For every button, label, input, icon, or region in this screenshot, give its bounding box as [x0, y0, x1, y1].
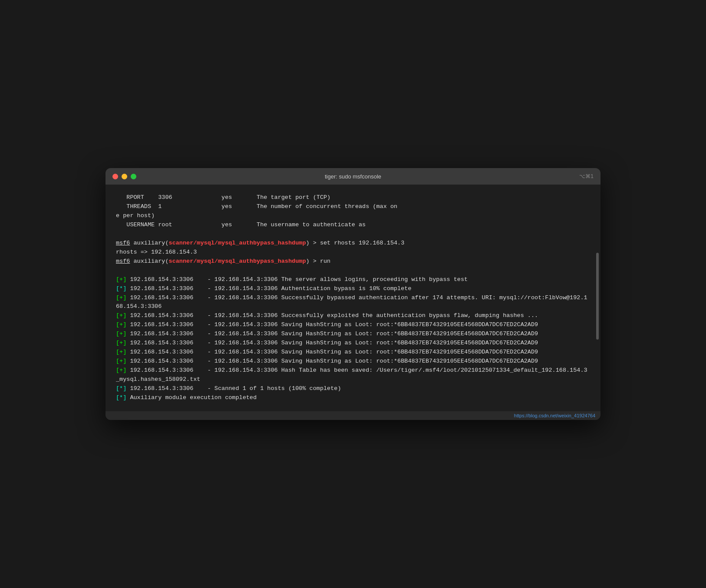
traffic-lights	[112, 174, 136, 179]
output-line: rhosts => 192.168.154.3	[116, 248, 590, 257]
prompt-line: msf6 auxiliary(scanner/mysql/mysql_authb…	[116, 257, 590, 266]
output-line: e per host)	[116, 211, 590, 221]
keyboard-shortcut: ⌥⌘1	[579, 173, 594, 179]
output-line: [+] 192.168.154.3:3306 - 192.168.154.3:3…	[116, 357, 590, 366]
minimize-button[interactable]	[122, 174, 127, 179]
output-line: [*] Auxiliary module execution completed	[116, 393, 590, 403]
output-line: [+] 192.168.154.3:3306 - 192.168.154.3:3…	[116, 339, 590, 348]
terminal-body[interactable]: RPORT 3306 yes The target port (TCP) THR…	[106, 185, 600, 411]
blank-line	[116, 230, 590, 239]
output-line: [+] 192.168.154.3:3306 - 192.168.154.3:3…	[116, 294, 590, 312]
terminal-window: tiger: sudo msfconsole ⌥⌘1 RPORT 3306 ye…	[106, 168, 600, 420]
output-line: [*] 192.168.154.3:3306 - 192.168.154.3:3…	[116, 284, 590, 294]
output-line: [+] 192.168.154.3:3306 - 192.168.154.3:3…	[116, 275, 590, 284]
output-line: USERNAME root yes The username to authen…	[116, 221, 590, 230]
url-text: https://blog.csdn.net/weixin_41924764	[514, 413, 595, 418]
output-line: [+] 192.168.154.3:3306 - 192.168.154.3:3…	[116, 330, 590, 339]
output-line: [+] 192.168.154.3:3306 - 192.168.154.3:3…	[116, 348, 590, 357]
titlebar: tiger: sudo msfconsole ⌥⌘1	[106, 168, 600, 185]
maximize-button[interactable]	[131, 174, 136, 179]
blank-line	[116, 266, 590, 275]
output-line: [+] 192.168.154.3:3306 - 192.168.154.3:3…	[116, 320, 590, 330]
footer-url: https://blog.csdn.net/weixin_41924764	[106, 411, 600, 420]
window-title: tiger: sudo msfconsole	[325, 173, 381, 180]
output-line: THREADS 1 yes The number of concurrent t…	[116, 202, 590, 211]
prompt-line: msf6 auxiliary(scanner/mysql/mysql_authb…	[116, 239, 590, 248]
output-line: [+] 192.168.154.3:3306 - 192.168.154.3:3…	[116, 311, 590, 320]
output-line: [*] 192.168.154.3:3306 - Scanned 1 of 1 …	[116, 384, 590, 393]
output-line: RPORT 3306 yes The target port (TCP)	[116, 193, 590, 202]
close-button[interactable]	[112, 174, 118, 179]
scrollbar[interactable]	[596, 253, 599, 340]
output-line: [+] 192.168.154.3:3306 - 192.168.154.3:3…	[116, 366, 590, 384]
